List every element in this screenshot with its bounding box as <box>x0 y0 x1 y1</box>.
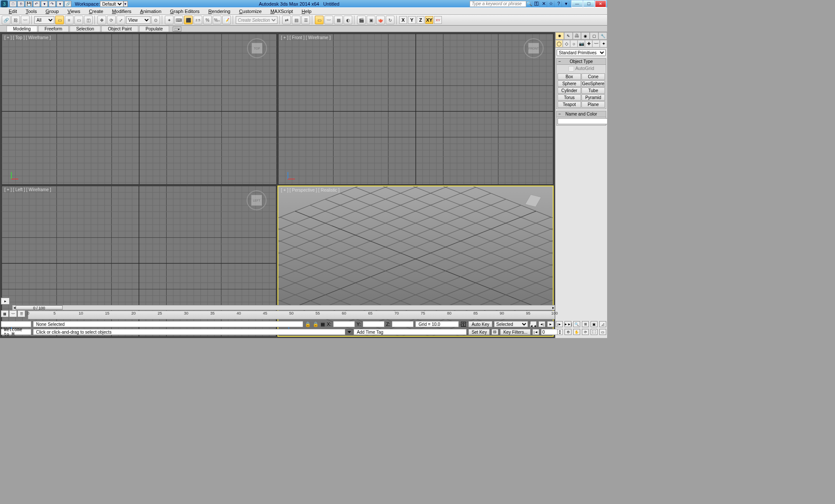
keyboard-shortcut-icon[interactable]: ⌨ <box>174 16 183 24</box>
viewcube-icon[interactable]: FRONT <box>524 38 544 58</box>
select-object-icon[interactable]: ▭ <box>55 16 64 24</box>
percent-snap-icon[interactable]: % <box>203 16 212 24</box>
spacewarps-cat-icon[interactable]: 〰 <box>592 40 600 47</box>
close-button[interactable]: ✕ <box>595 0 606 7</box>
viewcube-icon[interactable]: TOP <box>247 38 267 58</box>
schematic-view-icon[interactable]: ▦ <box>334 16 343 24</box>
current-frame-spinner[interactable]: ▲▼ <box>541 329 563 335</box>
render-production-icon[interactable]: 🫖 <box>376 16 385 24</box>
isolate-icon[interactable]: ▦ <box>321 322 325 327</box>
lock-selection-icon[interactable]: 🔒 <box>305 322 311 327</box>
qat-save-icon[interactable]: 💾 <box>25 1 32 7</box>
prev-frame-icon[interactable]: ◄| <box>538 321 545 327</box>
favorite-icon[interactable]: ☆ <box>548 1 554 7</box>
menu-create[interactable]: Create <box>84 9 107 14</box>
viewport-front[interactable]: [ + ] [ Front ] [ Wireframe ] FRONT <box>278 33 554 185</box>
coord-x-input[interactable] <box>333 321 355 327</box>
qat-open-icon[interactable]: ⎘ <box>17 1 24 7</box>
qat-link-icon[interactable]: 🔗 <box>64 1 71 7</box>
lights-cat-icon[interactable]: ☼ <box>570 40 578 47</box>
nav-region-zoom-icon[interactable]: ▭ <box>599 329 606 335</box>
edit-named-sel-icon[interactable]: 📝 <box>222 16 231 24</box>
track-bar[interactable]: 0510152025303540455055606570758085909510… <box>28 311 555 319</box>
key-mode-icon[interactable]: ▦ <box>1 310 9 317</box>
bind-space-warp-icon[interactable]: 〰 <box>21 16 30 24</box>
set-key-large-icon[interactable]: ⚿ <box>491 329 498 335</box>
menu-modifiers[interactable]: Modifiers <box>107 9 136 14</box>
minimize-button[interactable]: — <box>571 0 583 7</box>
constraint-x-button[interactable]: X <box>399 16 407 24</box>
constraint-indicator-icon[interactable]: XY <box>434 16 442 24</box>
ref-coord-select[interactable]: View <box>126 16 150 24</box>
nav-zoom-icon[interactable]: 🔍 <box>573 321 580 327</box>
torus-button[interactable]: Torus <box>558 94 581 101</box>
current-frame-input[interactable] <box>541 329 557 335</box>
nav-fov-icon[interactable]: ◿ <box>599 321 606 327</box>
align-icon[interactable]: ▤ <box>292 16 301 24</box>
tab-selection[interactable]: Selection <box>70 26 100 32</box>
pyramid-button[interactable]: Pyramid <box>581 94 605 101</box>
goto-start-icon[interactable]: |◄◄ <box>530 321 537 327</box>
time-config-icon[interactable]: |◄ <box>532 329 539 335</box>
sphere-button[interactable]: Sphere <box>558 80 581 87</box>
help-drop-icon[interactable]: ▾ <box>563 1 569 7</box>
mini-curve-icon[interactable]: 〰 <box>9 310 17 317</box>
qat-redo-icon[interactable]: ↷ <box>49 1 56 7</box>
link-icon[interactable]: 🔗 <box>2 16 10 24</box>
menu-help[interactable]: Help <box>297 9 316 14</box>
coord-z-input[interactable] <box>392 321 414 327</box>
spinner-snap-icon[interactable]: %₊ <box>213 16 221 24</box>
tab-object-paint[interactable]: Object Paint <box>101 26 138 32</box>
viewport-label[interactable]: [ + ] [ Top ] [ Wireframe ] <box>4 35 51 40</box>
goto-end-icon[interactable]: ►►| <box>564 321 571 327</box>
curve-editor-icon[interactable]: 〰 <box>324 16 333 24</box>
set-key-button[interactable]: Set Key <box>468 329 490 335</box>
autogrid-checkbox[interactable] <box>568 66 574 72</box>
nav-orbit-icon[interactable]: ⟳ <box>582 329 589 335</box>
next-frame-icon[interactable]: |► <box>556 321 563 327</box>
menu-views[interactable]: Views <box>63 9 84 14</box>
constraint-xy-button[interactable]: XY <box>425 16 433 24</box>
rollout-header[interactable]: Name and Color <box>557 111 606 117</box>
menu-maxscript[interactable]: MAXScript <box>266 9 297 14</box>
nav-zoom-extents-icon[interactable]: ▣ <box>591 321 598 327</box>
constraint-z-button[interactable]: Z <box>417 16 424 24</box>
render-iterate-icon[interactable]: ↻ <box>386 16 394 24</box>
play-anim-icon[interactable]: ► <box>547 321 554 327</box>
tab-modeling[interactable]: Modeling <box>7 26 37 32</box>
mirror-icon[interactable]: ⇄ <box>282 16 291 24</box>
shapes-cat-icon[interactable]: ◇ <box>563 40 570 47</box>
ribbon-minimize-icon[interactable]: ⬚▾ <box>173 27 181 32</box>
menu-animation[interactable]: Animation <box>136 9 166 14</box>
play-selected-icon[interactable]: ▸ <box>1 298 10 305</box>
key-mode-select[interactable]: Selected <box>494 321 528 327</box>
menu-edit[interactable]: Edit <box>4 9 21 14</box>
window-crossing-icon[interactable]: ◫ <box>84 16 93 24</box>
motion-tab-icon[interactable]: ◉ <box>581 32 590 40</box>
nav-max-toggle-icon[interactable]: ⛶ <box>591 329 598 335</box>
trackbar-layout-icon[interactable]: ☰ <box>17 310 25 317</box>
helpers-cat-icon[interactable]: ✚ <box>585 40 592 47</box>
object-name-input[interactable] <box>558 118 607 124</box>
constraint-y-button[interactable]: Y <box>408 16 416 24</box>
time-slider[interactable]: ◂ 0 / 100 ▸ <box>12 305 555 310</box>
time-slider-thumb[interactable]: 0 / 100 <box>16 305 63 310</box>
display-tab-icon[interactable]: ▢ <box>590 32 598 40</box>
coord-y-input[interactable] <box>363 321 384 327</box>
cylinder-button[interactable]: Cylinder <box>558 87 581 94</box>
box-button[interactable]: Box <box>558 73 581 80</box>
qat-new-icon[interactable]: □ <box>10 1 17 7</box>
angle-snap-icon[interactable]: 2.5 <box>194 16 202 24</box>
key-filters-button[interactable]: Key Filters... <box>500 329 531 335</box>
workspace-select[interactable]: Default <box>100 1 124 7</box>
qat-undo-drop-icon[interactable]: ▾ <box>41 1 48 7</box>
viewport-label[interactable]: [ + ] [ Front ] [ Wireframe ] <box>281 35 331 40</box>
viewport-label[interactable]: [ + ] [ Left ] [ Wireframe ] <box>4 187 51 192</box>
viewcube-icon[interactable]: LEFT <box>247 190 267 210</box>
plane-button[interactable]: Plane <box>581 101 605 108</box>
create-tab-icon[interactable]: ✺ <box>555 32 564 40</box>
menu-rendering[interactable]: Rendering <box>204 9 235 14</box>
tab-freeform[interactable]: Freeform <box>38 26 69 32</box>
ribbon-toggle-icon[interactable]: ▭ <box>315 16 324 24</box>
teapot-button[interactable]: Teapot <box>558 101 581 108</box>
